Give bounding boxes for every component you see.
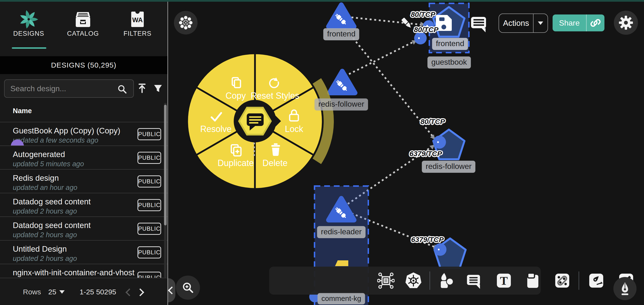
prev-page-button[interactable]	[126, 288, 134, 296]
design-title: GuestBook App (Copy) (Copy)	[13, 126, 120, 135]
radial-context-menu	[187, 53, 334, 189]
share-button[interactable]: Share	[552, 15, 604, 31]
radial-label-lock[interactable]: Lock	[285, 124, 303, 134]
search-area	[0, 74, 168, 103]
visibility-badge: PUBLIC	[138, 128, 161, 140]
top-accent-strip	[0, 0, 644, 2]
actions-dropdown-toggle[interactable]	[533, 14, 548, 32]
page-size-select[interactable]: 25	[48, 288, 56, 296]
wasm-filters-icon: WA	[128, 10, 147, 29]
design-row[interactable]: Autogenerated updated 5 minutes ago PUBL…	[0, 146, 168, 170]
node-label[interactable]: frontend	[323, 28, 359, 40]
filter-funnel-icon[interactable]	[152, 83, 164, 94]
tab-filters[interactable]: WA FILTERS	[113, 10, 162, 37]
zoom-in-icon	[181, 281, 195, 294]
text-tool-icon[interactable]: T	[495, 272, 512, 289]
node-label[interactable]: frontend	[432, 38, 468, 50]
redis-follower-service-node[interactable]	[330, 71, 355, 93]
toolbar-divider	[579, 271, 579, 290]
edge-port-label: 80/TCP	[411, 10, 435, 19]
actions-label: Actions	[499, 19, 533, 28]
design-updated: updated an hour ago	[13, 184, 78, 192]
node-label[interactable]: redis-follower	[314, 98, 368, 111]
node-label[interactable]: comment-kg	[318, 293, 365, 304]
next-page-button[interactable]	[136, 288, 144, 296]
settings-button[interactable]	[614, 11, 638, 35]
search-icon[interactable]	[117, 84, 128, 95]
edge-port-label: 6379/TCP	[409, 150, 442, 158]
toolbar-divider	[430, 271, 430, 290]
radial-label-delete[interactable]: Delete	[262, 158, 288, 168]
port[interactable]	[433, 136, 446, 149]
radial-label-duplicate[interactable]: Duplicate	[218, 158, 254, 168]
svg-text:T: T	[500, 274, 508, 287]
link-tool-icon[interactable]	[554, 272, 571, 289]
visibility-badge: PUBLIC	[138, 199, 161, 211]
sidebar-canvas-divider	[168, 0, 168, 305]
gear-icon	[619, 16, 633, 30]
design-updated: updated 2 hours ago	[13, 254, 77, 262]
save-icon	[437, 16, 451, 30]
component-tool-icon[interactable]	[377, 272, 394, 289]
caret-down-icon	[538, 22, 543, 25]
card-tool-icon[interactable]	[524, 272, 541, 289]
comment-node-badge	[239, 108, 271, 135]
catalog-archive-icon	[73, 10, 92, 29]
design-canvas[interactable]: frontend frontend guestbook redis-follow…	[168, 0, 644, 305]
chevron-left-icon	[168, 286, 176, 294]
visibility-badge: PUBLIC	[138, 246, 161, 258]
meshery-spiral-icon	[19, 10, 38, 29]
page-range: 1-25 50295	[80, 288, 116, 296]
radial-label-resolve[interactable]: Resolve	[200, 124, 232, 134]
visibility-badge: PUBLIC	[138, 223, 161, 235]
edge-port-label: 6379/TCP	[411, 235, 444, 244]
page-size-caret-icon[interactable]	[59, 290, 65, 294]
tab-filters-label: FILTERS	[113, 30, 162, 37]
visibility-badge: PUBLIC	[138, 175, 161, 187]
design-updated: updated 2 hours ago	[13, 207, 77, 215]
pen-tool-icon[interactable]	[588, 272, 605, 289]
sidebar-scrollbar-thumb[interactable]	[164, 105, 167, 225]
copy-link-button[interactable]	[586, 15, 604, 31]
panel-header: DESIGNS (50,295)	[0, 56, 168, 74]
edge-redisfollowersvc-guestbook[interactable]	[349, 39, 418, 74]
active-tab-underline	[12, 47, 46, 49]
flower-dots-icon	[179, 16, 192, 30]
design-row[interactable]: GuestBook App (Copy) (Copy) updated a fe…	[0, 122, 168, 146]
comment-tool-icon[interactable]	[465, 272, 482, 289]
import-design-icon[interactable]	[136, 83, 148, 94]
actions-button[interactable]: Actions	[498, 14, 548, 33]
radial-label-reset-styles[interactable]: Reset Styles	[250, 91, 299, 101]
tab-designs-label: DESIGNS	[4, 30, 53, 37]
svg-text:WA: WA	[132, 17, 143, 24]
design-updated: updated a few seconds ago	[13, 136, 98, 144]
design-updated: updated 2 hours ago	[13, 231, 77, 239]
design-row[interactable]: Redis design updated an hour ago PUBLIC	[0, 169, 168, 193]
kubernetes-tool-icon[interactable]	[405, 272, 422, 289]
design-row[interactable]: Untitled Design updated 2 hours ago PUBL…	[0, 240, 168, 264]
tab-catalog[interactable]: CATALOG	[59, 10, 107, 37]
search-input[interactable]	[4, 79, 134, 98]
node-label[interactable]: redis-follower	[422, 161, 476, 173]
pen-mode-button[interactable]	[613, 277, 636, 300]
column-header-name: Name	[13, 107, 32, 115]
share-label: Share	[552, 19, 586, 28]
node-label[interactable]: guestbook	[428, 57, 471, 69]
tab-designs[interactable]: DESIGNS	[4, 10, 53, 37]
frontend-service-node[interactable]	[328, 5, 354, 27]
design-title: Datadog seed content	[13, 221, 91, 230]
design-row[interactable]: Datadog seed content updated 2 hours ago…	[0, 216, 168, 241]
manage-relationships-button[interactable]	[174, 11, 198, 35]
collapse-sidebar-button[interactable]	[168, 278, 175, 302]
comment-icon[interactable]	[471, 17, 486, 32]
edge-port-label: 80/TCP	[420, 118, 445, 126]
tab-catalog-label: CATALOG	[59, 30, 107, 37]
design-row[interactable]: Datadog seed content updated 2 hours ago…	[0, 193, 168, 217]
design-title: nginx-with-init-container-and-vhost	[13, 268, 134, 277]
designs-sidebar: DESIGNS CATALOG WA FILTERS DESIGNS (	[0, 0, 168, 305]
port[interactable]	[434, 243, 446, 256]
node-label[interactable]: redis-leader	[317, 226, 366, 238]
shapes-tool-icon[interactable]	[438, 272, 455, 289]
radial-label-copy[interactable]: Copy	[226, 91, 246, 101]
zoom-in-button[interactable]	[176, 275, 200, 300]
